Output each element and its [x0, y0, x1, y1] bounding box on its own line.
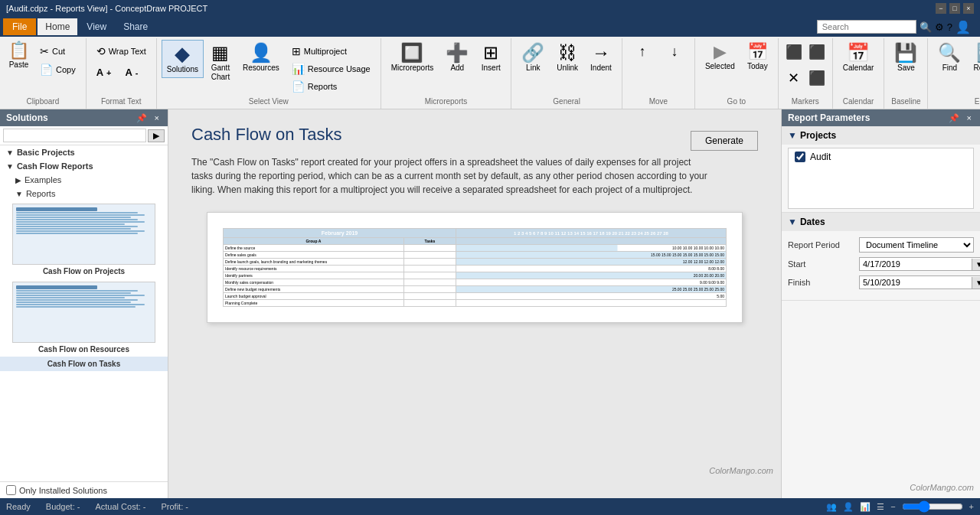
sidebar-category-basic-projects[interactable]: ▼ Basic Projects: [0, 145, 168, 159]
finish-date-field[interactable]: [860, 276, 972, 288]
link-button[interactable]: 🔗 Link: [516, 40, 550, 77]
insert-button[interactable]: ⊞ Insert: [475, 40, 506, 77]
minimize-button[interactable]: −: [936, 3, 946, 14]
gantt-chart-button[interactable]: ▦ GanttChart: [205, 40, 236, 86]
search-input[interactable]: [817, 20, 916, 34]
zoom-out-icon[interactable]: −: [890, 502, 895, 511]
right-panel-close-button[interactable]: ×: [965, 113, 974, 123]
font-decrease-button[interactable]: A-: [119, 64, 143, 80]
paste-button[interactable]: 📋 Paste: [5, 40, 33, 72]
projects-section: ▼ Projects Audit: [782, 126, 980, 213]
only-installed-label: Only Installed Solutions: [19, 486, 107, 495]
add-button[interactable]: ➕ Add: [440, 40, 474, 77]
font-increase-button[interactable]: A+: [91, 64, 117, 80]
report-table-days: 1 2 3 4 5 6 7 8 9 10 11 12 13 14 15 16 1…: [456, 229, 726, 238]
sidebar-item-cash-flow-projects[interactable]: Cash Flow on Projects: [0, 200, 168, 279]
zoom-in-icon[interactable]: +: [969, 502, 974, 511]
zoom-slider[interactable]: [902, 500, 963, 513]
marker3-button[interactable]: ✕: [783, 66, 805, 90]
resources-button[interactable]: 👤 Resources: [237, 40, 285, 77]
file-menu[interactable]: File: [3, 18, 36, 35]
selected-button[interactable]: ▶ Selected: [700, 40, 740, 75]
menu-tab-view[interactable]: View: [79, 18, 114, 35]
unlink-button[interactable]: ⛓ Unlink: [551, 40, 583, 77]
table-row: Identify partners 20.00 20.00 20.00: [224, 272, 727, 279]
generate-button[interactable]: Generate: [691, 131, 758, 151]
status-icon-3[interactable]: 📊: [860, 502, 871, 512]
move-up-button[interactable]: ↑: [627, 40, 658, 64]
reports-icon: 📄: [292, 80, 305, 93]
resource-usage-button[interactable]: 📊 Resource Usage: [286, 60, 376, 77]
status-icon-4[interactable]: ☰: [877, 502, 884, 512]
resource-usage-icon: 📊: [292, 63, 305, 75]
sidebar-subcategory-examples[interactable]: ▶ Examples: [0, 173, 168, 187]
project-checkbox-audit[interactable]: [795, 152, 805, 162]
table-row: Monthly sales compensation 9.00 9.00 9.0…: [224, 279, 727, 286]
sidebar-item-cash-flow-tasks[interactable]: Cash Flow on Tasks: [0, 357, 168, 371]
dates-section-label: Dates: [800, 217, 825, 227]
copy-button[interactable]: 📄 Copy: [34, 61, 81, 78]
status-icon-1[interactable]: 👥: [826, 502, 837, 512]
right-panel-pin-button[interactable]: 📌: [946, 113, 962, 123]
report-period-select[interactable]: Document Timeline Current Month Custom: [859, 237, 974, 253]
menu-tab-share[interactable]: Share: [116, 18, 155, 35]
content-area: Cash Flow on Tasks Generate The "Cash Fl…: [168, 109, 781, 498]
marker2-button[interactable]: ⬛: [806, 40, 828, 64]
preview-header-line: [16, 207, 97, 211]
ribbon-group-microreports: 🔲 Microreports ➕ Add ⊞ Insert Microrepor…: [381, 38, 512, 109]
preview-header-line-2: [16, 285, 97, 289]
marker4-button[interactable]: ⬛: [806, 66, 828, 90]
save-button[interactable]: 💾 Save: [889, 40, 923, 77]
status-profit: Profit: -: [161, 502, 188, 511]
select-view-label: Select View: [249, 96, 289, 107]
move-down-button[interactable]: ↓: [659, 40, 690, 64]
start-date-field[interactable]: [860, 258, 972, 270]
find-button[interactable]: 🔍 Find: [933, 40, 966, 77]
finish-date-picker-button[interactable]: ▼: [972, 277, 980, 288]
start-date-picker-button[interactable]: ▼: [972, 259, 980, 270]
marker1-button[interactable]: ⬛: [783, 40, 805, 64]
right-panel-watermark-text: ColorMango.com: [910, 483, 974, 492]
sidebar-item-cash-flow-resources[interactable]: Cash Flow on Resources: [0, 279, 168, 357]
dates-section-header[interactable]: ▼ Dates: [782, 213, 980, 231]
cut-button[interactable]: ✂ Cut: [34, 43, 81, 60]
replace-button[interactable]: 🔄 Replace: [968, 40, 980, 77]
today-button[interactable]: 📅 Today: [742, 40, 773, 75]
preview-line-r4: [16, 297, 125, 298]
reports-button[interactable]: 📄 Reports: [286, 78, 376, 95]
projects-section-header[interactable]: ▼ Projects: [782, 126, 980, 145]
close-button[interactable]: ×: [963, 3, 974, 14]
menu-tab-home[interactable]: Home: [38, 18, 77, 35]
sidebar-subcategory-reports[interactable]: ▼ Reports: [0, 187, 168, 200]
replace-label: Replace: [973, 64, 980, 73]
goto-label: Go to: [727, 96, 746, 107]
table-row: Define sales goals 15.00 15.00 15.00 15.…: [224, 252, 727, 259]
only-installed-checkbox[interactable]: [6, 485, 16, 495]
maximize-button[interactable]: □: [949, 3, 960, 14]
status-icon-2[interactable]: 👤: [843, 502, 854, 512]
sidebar-pin-button[interactable]: 📌: [134, 113, 149, 123]
microreports-button[interactable]: 🔲 Microreports: [386, 40, 439, 77]
insert-icon: ⊞: [483, 44, 498, 62]
sidebar-search-go-button[interactable]: ▶: [148, 129, 165, 142]
wrap-text-button[interactable]: ⟲ Wrap Text: [91, 43, 152, 60]
format-text-label: Format Text: [101, 96, 142, 107]
report-period-label: Report Period: [788, 240, 853, 249]
multiproject-button[interactable]: ⊞ Multiproject: [286, 43, 376, 60]
solutions-button[interactable]: ◆ Solutions: [162, 40, 204, 78]
ribbon-group-editing: 🔍 Find 🔄 Replace ↵ SmartEnter Editing: [928, 38, 980, 109]
calendar-button[interactable]: 📅 Calendar: [838, 40, 880, 77]
table-row: Define new budget requirements 25.00 25.…: [224, 286, 727, 293]
preview-line-r7: [16, 304, 145, 305]
today-icon: 📅: [747, 44, 768, 60]
sidebar-search-input[interactable]: [3, 129, 146, 142]
sidebar-close-button[interactable]: ×: [152, 113, 162, 123]
indent-button[interactable]: → Indent: [585, 40, 617, 77]
sidebar-category-cash-flow[interactable]: ▼ Cash Flow Reports: [0, 159, 168, 173]
user-icon[interactable]: 👤: [956, 20, 971, 34]
general-label: General: [553, 96, 580, 107]
help-icon[interactable]: ?: [947, 21, 952, 33]
settings-icon[interactable]: ⚙: [935, 21, 944, 33]
search-icon[interactable]: 🔍: [920, 21, 932, 33]
preview-line-1: [16, 212, 138, 213]
